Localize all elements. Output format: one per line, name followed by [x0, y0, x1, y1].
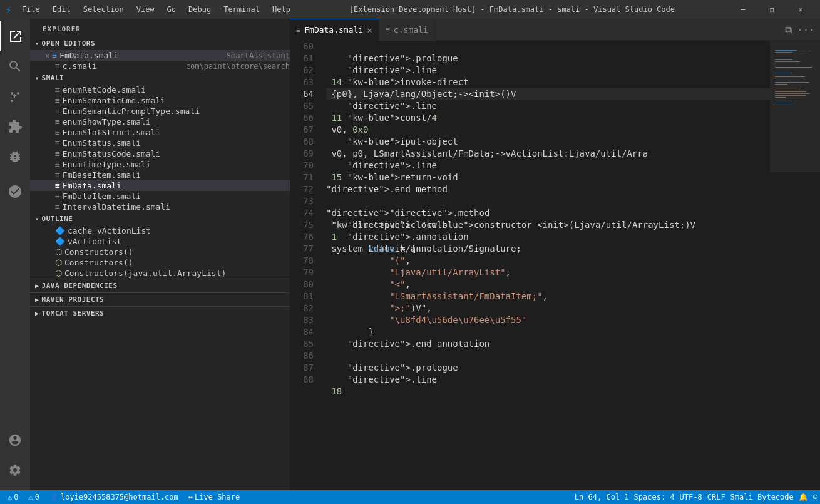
smali-file-4[interactable]: ≡EnumSlotStruct.smali: [30, 127, 290, 138]
extensions-activity-icon[interactable]: [0, 111, 30, 141]
search-activity-icon[interactable]: [0, 51, 30, 81]
tab-fmdata[interactable]: ≡ FmData.smali ✕: [290, 19, 379, 41]
smali-filename-2: EnumSemanticPromptType.smali: [63, 106, 290, 116]
menu-debug[interactable]: Debug: [183, 4, 216, 15]
accounts-activity-icon[interactable]: [0, 425, 30, 455]
code-line-70[interactable]: "directive">.line 15: [326, 160, 770, 172]
maximize-button[interactable]: ❐: [757, 0, 786, 19]
smali-file-7[interactable]: ≡EnumTimeType.smali: [30, 159, 290, 170]
open-editors-section[interactable]: ▾ OPEN EDITORS: [30, 37, 290, 50]
menu-selection[interactable]: Selection: [78, 4, 129, 15]
maven-chevron: ▶: [35, 296, 39, 303]
code-line-74[interactable]: "directive">"directive">.method "kw-blue…: [326, 207, 770, 219]
code-line-86[interactable]: [326, 350, 770, 362]
code-line-71[interactable]: "kw-blue">return-void: [326, 172, 770, 183]
smali-file-1[interactable]: ≡EnumSemanticCmd.smali: [30, 95, 290, 106]
smali-file-2[interactable]: ≡EnumSemanticPromptType.smali: [30, 106, 290, 116]
feedback-button[interactable]: ☺: [811, 490, 820, 504]
code-line-76[interactable]: "directive">.annotation system Ldalvik/a…: [326, 231, 770, 243]
outline-item-3[interactable]: ⬡Constructors(): [30, 257, 290, 268]
error-num: 0: [14, 493, 18, 501]
smali-file-9[interactable]: ≡FmData.smali: [30, 180, 290, 191]
smali-file-5[interactable]: ≡EnumStatus.smali: [30, 138, 290, 148]
activity-bar: [0, 19, 30, 490]
close-button[interactable]: ✕: [786, 0, 815, 19]
smali-file-3[interactable]: ≡enumShowType.smali: [30, 116, 290, 127]
more-actions-icon[interactable]: ···: [797, 24, 815, 36]
split-editor-icon[interactable]: ⧉: [785, 24, 792, 36]
smali-file-6[interactable]: ≡EnumStatusCode.smali: [30, 148, 290, 159]
source-control-activity-icon[interactable]: [0, 81, 30, 111]
code-line-88[interactable]: "directive">.line 18: [326, 374, 770, 386]
spaces-setting[interactable]: Spaces: 4: [632, 490, 677, 504]
smali-file-10[interactable]: ≡FmDataItem.smali: [30, 191, 290, 202]
code-content[interactable]: "directive">.prologue "directive">.line …: [320, 41, 770, 490]
tab-fmdata-close[interactable]: ✕: [367, 25, 372, 35]
code-line-68[interactable]: "kw-blue">iput-object v0, p0, LSmartAssi…: [326, 136, 770, 148]
language-mode[interactable]: Smali Bytecode: [728, 490, 796, 504]
open-editor-csmali[interactable]: ≡ c.smali com\paint\btcore\search: [30, 61, 290, 71]
close-fmdata-icon[interactable]: ✕: [45, 51, 49, 60]
menu-file[interactable]: File: [17, 4, 45, 15]
minimize-button[interactable]: ─: [729, 0, 757, 19]
code-line-80[interactable]: "<",: [326, 279, 770, 291]
menu-go[interactable]: Go: [162, 4, 181, 15]
code-line-87[interactable]: "directive">.prologue: [326, 362, 770, 374]
line-ending-setting[interactable]: CRLF: [705, 490, 728, 504]
code-line-81[interactable]: "LSmartAssistant/FmDataItem;",: [326, 291, 770, 302]
settings-activity-icon[interactable]: [0, 455, 30, 485]
smali-filename-8: FmBaseItem.smali: [63, 170, 290, 180]
tab-csmali[interactable]: ≡ c.smali: [379, 19, 435, 41]
code-editor[interactable]: 6061626364656667686970717273747576777879…: [290, 41, 820, 490]
code-line-84[interactable]: }: [326, 326, 770, 338]
smali-section[interactable]: ▾ SMALI: [30, 71, 290, 85]
menu-terminal[interactable]: Terminal: [218, 4, 265, 15]
error-count[interactable]: ⚠ 0: [5, 490, 21, 504]
debug-activity-icon[interactable]: [0, 141, 30, 172]
outline-item-2[interactable]: ⬡Constructors(): [30, 247, 290, 257]
user-account[interactable]: 👤 loyie924558375@hotmail.com: [47, 490, 181, 504]
code-line-85[interactable]: "directive">.end annotation: [326, 338, 770, 350]
code-line-77[interactable]: value = {: [326, 243, 770, 255]
menu-view[interactable]: View: [131, 4, 160, 15]
explorer-activity-icon[interactable]: [0, 21, 30, 51]
encoding-setting[interactable]: UTF-8: [677, 490, 705, 504]
menu-help[interactable]: Help: [267, 4, 295, 15]
code-line-63[interactable]: "kw-blue">invoke-direct {p0}, Ljava/lang…: [326, 76, 770, 88]
outline-section[interactable]: ▾ OUTLINE: [30, 212, 290, 225]
tomcat-section[interactable]: ▶ TOMCAT SERVERS: [30, 306, 290, 320]
smali-file-icon-6: ≡: [55, 149, 60, 158]
status-bar: ⚠ 0 ⚠ 0 👤 loyie924558375@hotmail.com ↔ L…: [0, 490, 820, 504]
tomcat-chevron: ▶: [35, 310, 39, 317]
code-line-72[interactable]: "directive">.end method: [326, 183, 770, 195]
live-share[interactable]: ↔ Live Share: [186, 490, 242, 504]
smali-file-8[interactable]: ≡FmBaseItem.smali: [30, 170, 290, 180]
outline-item-4[interactable]: ⬡Constructors(java.util.ArrayList): [30, 268, 290, 279]
svg-rect-21: [770, 41, 820, 172]
tab-actions: ⧉ ···: [780, 24, 820, 36]
smali-file-0[interactable]: ≡enumRetCode.smali: [30, 85, 290, 95]
notifications-button[interactable]: 🔔: [796, 490, 811, 504]
remote-activity-icon[interactable]: [0, 177, 30, 207]
code-line-67[interactable]: [326, 124, 770, 136]
code-line-73[interactable]: [326, 195, 770, 207]
open-editor-fmdata[interactable]: ✕ ≡ FmData.smali SmartAssistant: [30, 50, 290, 61]
code-line-65[interactable]: "directive">.line 11: [326, 100, 770, 112]
code-line-66[interactable]: "kw-blue">const/4 v0, 0x0: [326, 112, 770, 124]
liveshare-label: Live Share: [195, 493, 240, 501]
code-line-62[interactable]: "directive">.line 14: [326, 64, 770, 76]
code-line-78[interactable]: "(",: [326, 255, 770, 267]
smali-file-11[interactable]: ≡IntervalDatetime.smali: [30, 202, 290, 212]
java-deps-section[interactable]: ▶ JAVA DEPENDENCIES: [30, 279, 290, 292]
code-line-60[interactable]: [326, 41, 770, 53]
outline-item-1[interactable]: 🔷vActionList: [30, 236, 290, 247]
maven-section[interactable]: ▶ MAVEN PROJECTS: [30, 292, 290, 306]
warning-count[interactable]: ⚠ 0: [26, 490, 41, 504]
menu-edit[interactable]: Edit: [48, 4, 76, 15]
code-line-79[interactable]: "Ljava/util/ArrayList",: [326, 267, 770, 279]
cursor-position[interactable]: Ln 64, Col 1: [572, 490, 632, 504]
code-line-61[interactable]: "directive">.prologue: [326, 53, 770, 64]
outline-item-0[interactable]: 🔷cache_vActionList: [30, 225, 290, 236]
code-line-83[interactable]: "\u8fd4\u56de\u76ee\u5f55": [326, 314, 770, 326]
code-line-82[interactable]: ">;")V",: [326, 302, 770, 314]
